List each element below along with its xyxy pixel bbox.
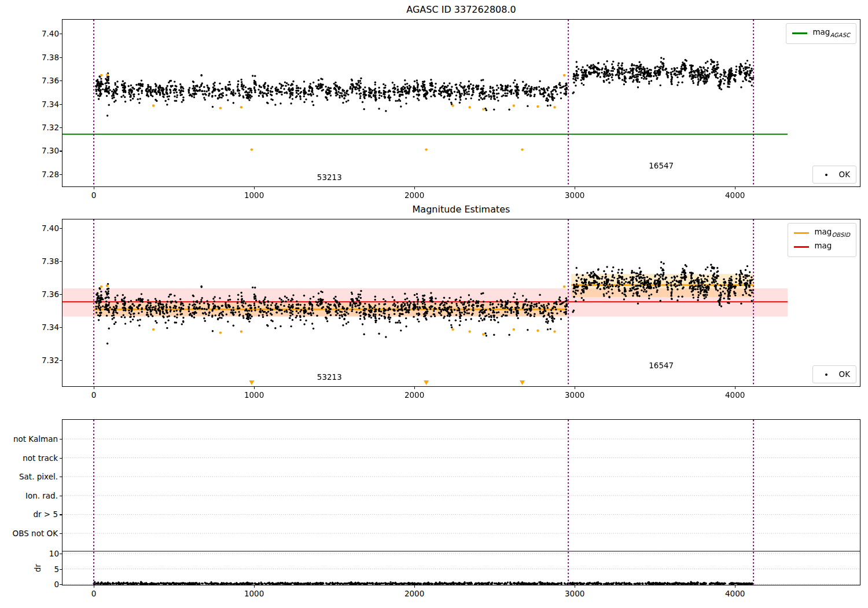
obsid-annotation-16547: 16547 bbox=[649, 161, 674, 170]
y-tick-mark bbox=[60, 34, 62, 34]
flag-tick-mark bbox=[60, 496, 62, 496]
dr-tick-mark bbox=[60, 554, 62, 554]
dr-tick-label: 5 bbox=[25, 565, 59, 574]
y-tick-mark bbox=[60, 151, 62, 151]
x-tick-label: 4000 bbox=[711, 390, 759, 400]
mag-obsid-line-swatch bbox=[794, 232, 809, 234]
y-tick-mark bbox=[60, 228, 62, 229]
flag-category-label: dr > 5 bbox=[0, 510, 58, 519]
x-tick-label: 0 bbox=[69, 589, 118, 598]
magnitude-estimates-canvas bbox=[62, 219, 860, 386]
plot-flags-dr: dr 01000200030004000not Kalmannot trackS… bbox=[62, 419, 860, 585]
obsid-annotation-16547: 16547 bbox=[649, 361, 674, 370]
legend-item-mag-agasc: magAGASC bbox=[792, 27, 850, 41]
flag-tick-mark bbox=[60, 458, 62, 459]
x-tick-label: 2000 bbox=[390, 390, 439, 400]
legend-label-ok: OK bbox=[839, 369, 850, 380]
x-tick-mark bbox=[735, 585, 735, 588]
mag-line-swatch bbox=[794, 246, 809, 248]
y-tick-mark bbox=[60, 360, 62, 361]
x-tick-mark bbox=[254, 387, 255, 389]
dr-tick-mark bbox=[60, 569, 62, 570]
x-tick-mark bbox=[94, 187, 94, 189]
figure: AGASC ID 337262808.0 magAGASC OK 53213 1… bbox=[0, 0, 868, 608]
x-tick-mark bbox=[575, 585, 575, 588]
legend-label-mag-agasc: magAGASC bbox=[812, 27, 850, 41]
y-tick-label: 7.32 bbox=[25, 123, 59, 132]
x-tick-label: 2000 bbox=[390, 589, 439, 598]
legend-ok-middle: OK bbox=[812, 365, 856, 383]
x-tick-mark bbox=[94, 585, 94, 588]
legend-label-mag: mag bbox=[814, 240, 832, 254]
y-tick-label: 7.40 bbox=[25, 224, 59, 233]
x-tick-label: 0 bbox=[69, 390, 118, 400]
dr-tick-label: 0 bbox=[25, 580, 59, 589]
y-tick-label: 7.38 bbox=[25, 257, 59, 266]
y-tick-label: 7.40 bbox=[25, 29, 59, 38]
x-tick-label: 2000 bbox=[390, 191, 439, 200]
x-tick-mark bbox=[735, 187, 735, 189]
plot-title-magnitude-estimates: Magnitude Estimates bbox=[62, 204, 860, 215]
legend-item-ok: OK bbox=[819, 369, 850, 380]
x-tick-mark bbox=[575, 187, 575, 189]
x-tick-label: 1000 bbox=[230, 589, 278, 598]
flag-category-label: not track bbox=[0, 453, 58, 463]
x-tick-label: 1000 bbox=[230, 390, 278, 400]
x-tick-mark bbox=[575, 387, 575, 389]
legend-item-ok: OK bbox=[819, 169, 850, 180]
legend-item-mag: mag bbox=[794, 240, 850, 254]
obsid-annotation-53213: 53213 bbox=[317, 372, 342, 382]
x-tick-label: 3000 bbox=[550, 191, 599, 200]
plot-title-agasc: AGASC ID 337262808.0 bbox=[62, 4, 860, 15]
y-tick-label: 7.30 bbox=[25, 146, 59, 155]
y-tick-mark bbox=[60, 261, 62, 262]
flags-dr-canvas bbox=[62, 420, 860, 585]
legend-item-mag-obsid: magOBSID bbox=[794, 226, 850, 240]
ok-marker-icon bbox=[819, 373, 834, 376]
x-tick-label: 3000 bbox=[550, 589, 599, 598]
y-tick-label: 7.36 bbox=[25, 290, 59, 299]
x-tick-mark bbox=[414, 585, 415, 588]
obsid-annotation-53213: 53213 bbox=[317, 173, 342, 182]
x-tick-mark bbox=[414, 187, 415, 189]
x-tick-label: 0 bbox=[69, 191, 118, 200]
y-tick-mark bbox=[60, 294, 62, 295]
y-tick-label: 7.38 bbox=[25, 53, 59, 62]
x-tick-mark bbox=[414, 387, 415, 389]
flag-tick-mark bbox=[60, 477, 62, 477]
y-tick-mark bbox=[60, 327, 62, 328]
x-tick-label: 1000 bbox=[230, 191, 278, 200]
plot-magnitude-estimates: Magnitude Estimates magOBSID mag OK 5321… bbox=[62, 219, 860, 387]
y-tick-label: 7.34 bbox=[25, 323, 59, 332]
x-tick-mark bbox=[735, 387, 735, 389]
y-tick-label: 7.28 bbox=[25, 170, 59, 179]
flag-tick-mark bbox=[60, 533, 62, 534]
legend-label-ok: OK bbox=[839, 169, 850, 180]
y-tick-mark bbox=[60, 127, 62, 128]
dr-tick-label: 10 bbox=[25, 549, 59, 558]
y-tick-mark bbox=[60, 80, 62, 81]
y-tick-mark bbox=[60, 174, 62, 175]
flag-tick-mark bbox=[60, 439, 62, 439]
y-tick-label: 7.34 bbox=[25, 100, 59, 109]
x-tick-mark bbox=[94, 387, 94, 389]
flag-category-label: not Kalman bbox=[0, 434, 58, 444]
ok-marker-icon bbox=[819, 173, 834, 176]
plot-agasc-mag: AGASC ID 337262808.0 magAGASC OK 53213 1… bbox=[62, 19, 860, 187]
flag-category-label: Ion. rad. bbox=[0, 491, 58, 500]
x-tick-label: 4000 bbox=[711, 589, 759, 598]
x-tick-label: 4000 bbox=[711, 191, 759, 200]
agasc-mag-canvas bbox=[62, 20, 860, 186]
y-tick-mark bbox=[60, 57, 62, 58]
x-tick-mark bbox=[254, 585, 255, 588]
y-tick-label: 7.32 bbox=[25, 356, 59, 365]
flag-category-label: OBS not OK bbox=[0, 529, 58, 538]
flag-category-label: Sat. pixel. bbox=[0, 472, 58, 481]
legend-mag-obsid: magOBSID mag bbox=[788, 223, 856, 257]
x-tick-label: 3000 bbox=[550, 390, 599, 400]
legend-ok-top: OK bbox=[812, 166, 856, 184]
flag-tick-mark bbox=[60, 514, 62, 515]
y-tick-mark bbox=[60, 104, 62, 105]
x-tick-mark bbox=[254, 187, 255, 189]
mag-agasc-line-swatch bbox=[792, 32, 807, 34]
